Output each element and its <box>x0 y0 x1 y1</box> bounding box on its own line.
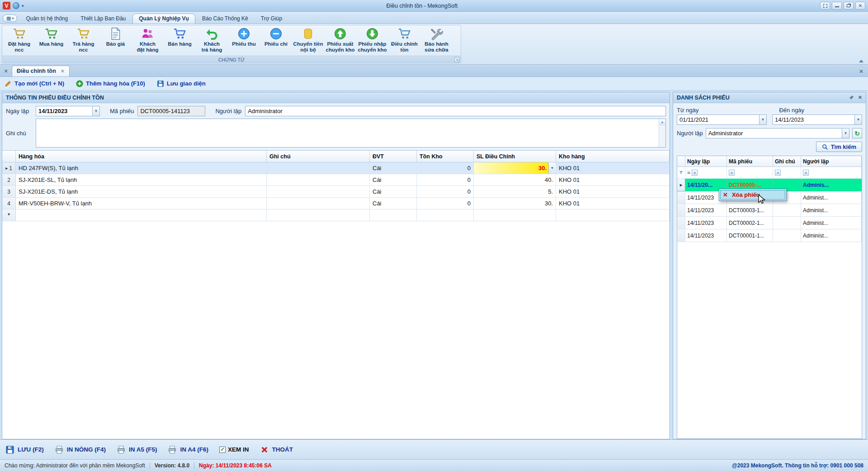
filter-editor-icon[interactable]: a <box>775 170 781 176</box>
cell-dvt[interactable]: Cái <box>370 186 417 198</box>
filter-cell-nguoi[interactable]: a <box>801 167 862 179</box>
quick-access-icon[interactable] <box>13 2 19 9</box>
cell-kho-hang[interactable]: KHO 01 <box>556 186 670 198</box>
checkbox-checked-icon[interactable]: ✓ <box>219 447 226 453</box>
filter-editor-icon[interactable]: a <box>692 170 698 176</box>
ribbon-item-dieu-chinh-ton[interactable]: Điều chỉnh tồn <box>388 26 420 55</box>
list-item[interactable]: 14/11/2023 DCT00001-1... Administ... <box>677 229 862 242</box>
context-menu-item-delete[interactable]: ✕ Xóa phiếu <box>720 190 785 200</box>
cell-ngay-lap[interactable]: 14/11/2023 <box>685 229 727 242</box>
cell-nguoi-lap[interactable]: Administ... <box>801 217 862 229</box>
refresh-button[interactable]: ↻ <box>852 128 862 138</box>
cell-ghi-chu[interactable] <box>267 186 370 198</box>
panel-nguoi-lap-field[interactable]: ▼ <box>706 128 849 138</box>
chevron-down-icon[interactable]: ▼ <box>854 115 862 124</box>
pin-icon[interactable] <box>849 95 854 100</box>
print-hot-button[interactable]: IN NÓNG (F4) <box>55 445 106 454</box>
chevron-down-icon[interactable]: ▼ <box>842 128 849 138</box>
restore-button[interactable] <box>844 2 854 10</box>
cell-ton-kho[interactable]: 0 <box>417 198 474 209</box>
cell-sl-dieu-chinh[interactable]: 30. <box>474 198 556 209</box>
list-item[interactable]: 14/11/2023 DCT00003-1... Administ... <box>677 204 862 217</box>
cell-nguoi-lap[interactable]: Administ... <box>801 229 862 242</box>
cell-hang-hoa[interactable]: SJ-X201E-SL, Tủ lạnh <box>16 174 267 186</box>
den-ngay-field[interactable]: ▼ <box>772 114 862 125</box>
cell-ghi-chu[interactable] <box>773 217 801 229</box>
den-ngay-input[interactable] <box>773 115 854 124</box>
ribbon-item-phieu-xuat-chuyen-kho[interactable]: Phiếu xuất chuyển kho <box>324 26 356 55</box>
table-row[interactable]: ▸1 HD 247FW(S), Tủ lạnh Cái 0 30.▼ KHO 0… <box>2 162 670 174</box>
cell-sl-dieu-chinh[interactable]: 5. <box>474 186 556 198</box>
header-kho-hang[interactable]: Kho hàng <box>556 151 670 162</box>
header-nguoi-lap[interactable]: Người lập <box>801 156 862 167</box>
filter-row[interactable]: =a a a a <box>677 167 862 179</box>
close-button[interactable]: ✕ <box>855 2 865 10</box>
tabbar-close-button[interactable]: ✕ <box>859 68 866 75</box>
table-row[interactable]: 3 SJ-X201E-DS, Tủ lạnh Cái 0 5. KHO 01 <box>2 186 670 198</box>
header-ma-phieu[interactable]: Mã phiếu <box>727 156 773 167</box>
ribbon-item-dat-hang-ncc[interactable]: Đặt hàng ncc <box>3 26 35 55</box>
menu-tab-bao-cao-thong-ke[interactable]: Báo Cáo Thống Kê <box>196 14 254 24</box>
cell-sl-dieu-chinh[interactable]: 40. <box>474 174 556 186</box>
cell-kho-hang[interactable]: KHO 01 <box>556 162 670 174</box>
cell-kho-hang[interactable]: KHO 01 <box>556 174 670 186</box>
tab-group-close-button[interactable]: ✕ <box>2 67 10 75</box>
filter-cell-ma[interactable]: a <box>727 167 773 179</box>
cell-kho-hang[interactable] <box>556 209 670 221</box>
chevron-down-icon[interactable]: ▼ <box>92 106 99 116</box>
ribbon-item-khach-tra-hang[interactable]: Khách trả hàng <box>196 26 228 55</box>
menu-tab-quan-ly-nghiep-vu[interactable]: Quản Lý Nghiệp Vụ <box>132 14 195 24</box>
tab-dieu-chinh-ton[interactable]: Điều chỉnh tồn ✕ <box>12 66 70 76</box>
tu-ngay-input[interactable] <box>677 115 759 124</box>
save-layout-button[interactable]: Lưu giao diện <box>157 80 206 87</box>
cell-ghi-chu[interactable] <box>773 229 801 242</box>
save-button[interactable]: LƯU (F2) <box>5 445 44 454</box>
preview-checkbox[interactable]: ✓ XEM IN <box>219 446 249 453</box>
header-hang-hoa[interactable]: Hàng hóa <box>16 151 267 162</box>
filter-cell-ghi-chu[interactable]: a <box>773 167 801 179</box>
cell-kho-hang[interactable]: KHO 01 <box>556 198 670 209</box>
filter-editor-icon[interactable]: a <box>729 170 735 176</box>
new-button[interactable]: Tạo mới (Ctrl + N) <box>5 80 64 87</box>
print-a5-button[interactable]: IN A5 (F5) <box>117 445 157 454</box>
cell-ton-kho[interactable] <box>417 209 474 221</box>
search-button[interactable]: Tìm kiếm <box>816 142 862 152</box>
panel-nguoi-lap-input[interactable] <box>706 128 842 138</box>
ribbon-collapse-icon[interactable] <box>859 60 863 62</box>
header-ngay-lap[interactable]: Ngày lập <box>685 156 727 167</box>
tu-ngay-field[interactable]: ▼ <box>677 114 767 125</box>
exit-button[interactable]: THOÁT <box>260 445 293 454</box>
ribbon-item-bao-gia[interactable]: Báo giá <box>99 26 132 55</box>
ribbon-item-khach-dat-hang[interactable]: Khách đặt hàng <box>132 26 164 55</box>
add-item-button[interactable]: Thêm hàng hóa (F10) <box>76 80 145 87</box>
header-ton-kho[interactable]: Tồn Kho <box>417 151 474 162</box>
ribbon-item-bao-hanh-sua-chua[interactable]: Bảo hành sửa chữa <box>420 26 453 55</box>
scroll-up-icon[interactable]: ▲ <box>659 119 665 125</box>
header-ghi-chu[interactable]: Ghi chú <box>267 151 370 162</box>
new-row[interactable]: * <box>2 209 670 221</box>
minimize-button[interactable] <box>832 2 842 10</box>
filter-editor-icon[interactable]: a <box>803 170 809 176</box>
chevron-down-icon[interactable]: ▼ <box>548 162 556 174</box>
cell-sl-dieu-chinh[interactable] <box>474 209 556 221</box>
cell-sl-dieu-chinh[interactable]: 30.▼ <box>474 162 556 174</box>
ribbon-item-phieu-chi[interactable]: Phiếu chi <box>260 26 292 55</box>
cell-ngay-lap[interactable]: 14/11/2023 <box>685 217 727 229</box>
cell-ton-kho[interactable]: 0 <box>417 174 474 186</box>
ribbon-item-ban-hang[interactable]: Bán hàng <box>164 26 196 55</box>
ribbon-item-phieu-thu[interactable]: Phiếu thu <box>228 26 260 55</box>
cell-ghi-chu[interactable] <box>773 204 801 217</box>
cell-dvt[interactable]: Cái <box>370 174 417 186</box>
ngay-lap-field[interactable]: ▼ <box>36 106 100 116</box>
ribbon-item-chuyen-tien-noi-bo[interactable]: Chuyển tiền nội bộ <box>292 26 324 55</box>
chevron-down-icon[interactable]: ▼ <box>759 115 766 124</box>
menu-tab-tro-giup[interactable]: Trợ Giúp <box>255 14 288 24</box>
cell-ghi-chu[interactable] <box>267 162 370 174</box>
table-row[interactable]: 4 MR-V50EH-BRW-V, Tủ lạnh Cái 0 30. KHO … <box>2 198 670 209</box>
print-a4-button[interactable]: IN A4 (F6) <box>168 445 208 454</box>
menu-tab-thiet-lap-ban-dau[interactable]: Thiết Lập Ban Đầu <box>75 14 132 24</box>
ribbon-item-tra-hang-ncc[interactable]: Trả hàng ncc <box>67 26 99 55</box>
cell-nguoi-lap[interactable]: Administ... <box>801 191 862 204</box>
table-row[interactable]: 2 SJ-X201E-SL, Tủ lạnh Cái 0 40. KHO 01 <box>2 174 670 186</box>
cell-hang-hoa[interactable]: SJ-X201E-DS, Tủ lạnh <box>16 186 267 198</box>
